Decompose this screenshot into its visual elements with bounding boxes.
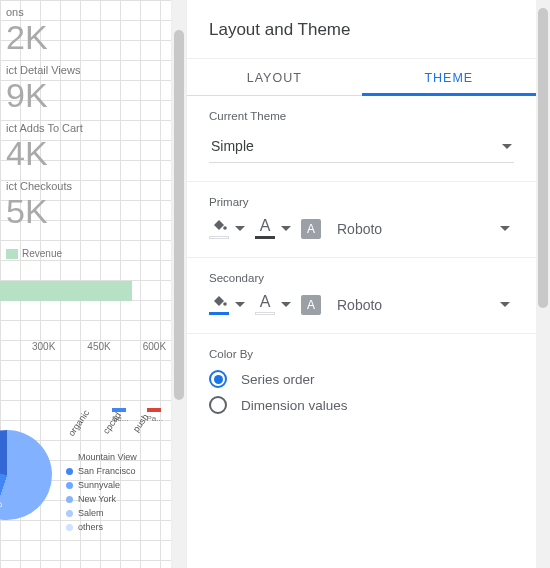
font-badge-icon: A bbox=[301, 295, 321, 315]
radio-label: Series order bbox=[241, 372, 315, 387]
section-label: Primary bbox=[209, 196, 514, 208]
category-labels: organic cpcad push bbox=[64, 418, 154, 428]
legend-dot bbox=[66, 482, 73, 489]
chevron-down-icon bbox=[235, 302, 245, 307]
metric-value: 2K bbox=[6, 20, 172, 54]
svg-point-1 bbox=[223, 302, 227, 306]
category-label: organic bbox=[66, 408, 91, 438]
section-secondary: Secondary A bbox=[187, 258, 536, 334]
pie-legend-item: Salem bbox=[66, 506, 137, 520]
legend-revenue: Revenue bbox=[6, 248, 62, 259]
chevron-down-icon bbox=[235, 226, 245, 231]
metric-label: ict Adds To Cart bbox=[6, 122, 172, 134]
metric-label: ict Checkouts bbox=[6, 180, 172, 192]
secondary-text-color-picker[interactable]: A bbox=[255, 294, 291, 315]
chevron-down-icon bbox=[281, 302, 291, 307]
panel-tabs: LAYOUT THEME bbox=[187, 58, 536, 96]
font-badge-icon: A bbox=[301, 219, 321, 239]
section-label: Secondary bbox=[209, 272, 514, 284]
legend-text: San Francisco bbox=[78, 464, 136, 478]
pie-legend-item: San Francisco bbox=[66, 464, 137, 478]
report-canvas-cropped: ons 2K ict Detail Views 9K ict Adds To C… bbox=[0, 0, 172, 568]
radio-label: Dimension values bbox=[241, 398, 348, 413]
chevron-down-icon bbox=[502, 144, 512, 149]
pie-chart: 7.6% 6.9% bbox=[0, 430, 52, 520]
section-label: Color By bbox=[209, 348, 514, 360]
legend-dot bbox=[66, 496, 73, 503]
chevron-down-icon bbox=[500, 226, 510, 231]
panel-scrollbar-track[interactable] bbox=[536, 0, 550, 568]
radio-icon bbox=[209, 370, 227, 388]
primary-text-color-picker[interactable]: A bbox=[255, 218, 291, 239]
canvas-scrollbar-thumb[interactable] bbox=[174, 30, 184, 400]
theme-select-value: Simple bbox=[211, 138, 254, 154]
legend-text: New York bbox=[78, 492, 116, 506]
metric-label: ons bbox=[6, 6, 172, 18]
category-label: cpcad bbox=[101, 410, 123, 435]
section-label: Current Theme bbox=[209, 110, 514, 122]
secondary-fill-color-picker[interactable] bbox=[209, 294, 245, 315]
section-primary: Primary A bbox=[187, 182, 536, 258]
section-current-theme: Current Theme Simple bbox=[187, 96, 536, 182]
legend-dot bbox=[66, 454, 73, 461]
svg-point-0 bbox=[223, 226, 227, 230]
tab-layout[interactable]: LAYOUT bbox=[187, 59, 362, 95]
metric-value: 5K bbox=[6, 194, 172, 228]
radio-series-order[interactable]: Series order bbox=[209, 370, 514, 388]
axis-tick: 600K bbox=[143, 341, 166, 352]
font-name: Roboto bbox=[337, 297, 382, 313]
metric-value: 4K bbox=[6, 136, 172, 170]
legend-swatch bbox=[6, 249, 18, 259]
legend-dot bbox=[66, 524, 73, 531]
primary-font-select[interactable]: Roboto bbox=[337, 221, 514, 237]
radio-icon bbox=[209, 396, 227, 414]
font-name: Roboto bbox=[337, 221, 382, 237]
metric-label: ict Detail Views bbox=[6, 64, 172, 76]
theme-select[interactable]: Simple bbox=[209, 132, 514, 163]
paint-bucket-icon bbox=[209, 294, 229, 310]
pie-legend-item: New York bbox=[66, 492, 137, 506]
section-color-by: Color By Series order Dimension values bbox=[187, 334, 536, 440]
metric-value: 9K bbox=[6, 78, 172, 112]
axis-tick: 450K bbox=[87, 341, 110, 352]
legend-text: others bbox=[78, 520, 103, 534]
axis-tick: 300K bbox=[32, 341, 55, 352]
legend-dot bbox=[66, 468, 73, 475]
panel-title: Layout and Theme bbox=[187, 0, 536, 58]
pie-legend-item: others bbox=[66, 520, 137, 534]
text-a-icon: A bbox=[255, 294, 275, 310]
radio-dimension-values[interactable]: Dimension values bbox=[209, 396, 514, 414]
pie-slice-label: 6.9% bbox=[0, 500, 2, 509]
legend-text: Sunnyvale bbox=[78, 478, 120, 492]
legend-dot bbox=[66, 510, 73, 517]
panel-scrollbar-thumb[interactable] bbox=[538, 8, 548, 308]
legend-text: Mountain View bbox=[78, 450, 137, 464]
legend-label: Revenue bbox=[22, 248, 62, 259]
canvas-scrollbar-track[interactable] bbox=[172, 0, 186, 568]
text-a-icon: A bbox=[255, 218, 275, 234]
layout-and-theme-panel: Layout and Theme LAYOUT THEME Current Th… bbox=[186, 0, 536, 568]
pie-legend-item: Sunnyvale bbox=[66, 478, 137, 492]
paint-bucket-icon bbox=[209, 218, 229, 234]
legend-text: Salem bbox=[78, 506, 104, 520]
primary-fill-color-picker[interactable] bbox=[209, 218, 245, 239]
bar-chart-bar bbox=[0, 281, 132, 301]
chevron-down-icon bbox=[500, 302, 510, 307]
tab-theme[interactable]: THEME bbox=[362, 59, 537, 95]
chevron-down-icon bbox=[281, 226, 291, 231]
secondary-font-select[interactable]: Roboto bbox=[337, 297, 514, 313]
pie-legend: Mountain View San Francisco Sunnyvale Ne… bbox=[66, 450, 137, 534]
pie-legend-item: Mountain View bbox=[66, 450, 137, 464]
axis-ticks: 300K 450K 600K bbox=[32, 341, 172, 352]
